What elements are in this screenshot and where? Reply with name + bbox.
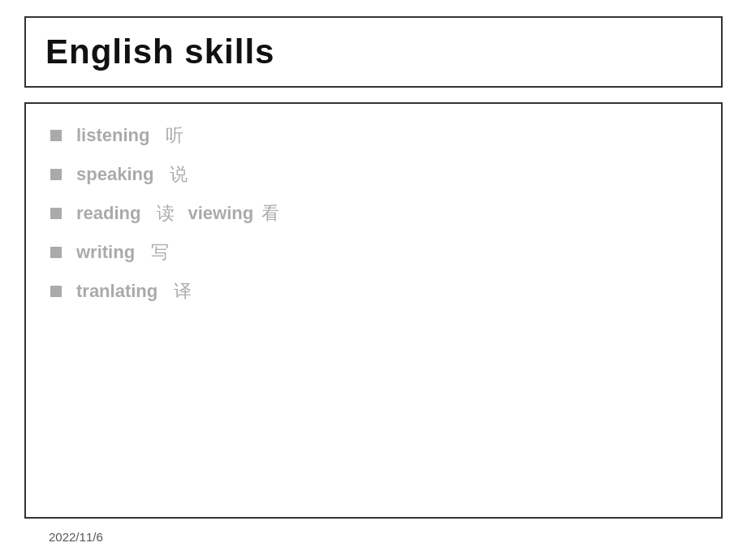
item-chinese: 读 bbox=[157, 201, 175, 226]
page-title: English skills bbox=[45, 32, 274, 71]
list-item: writing写 bbox=[50, 240, 697, 265]
item-extra-label: viewing bbox=[188, 203, 253, 224]
footer-date: 2022/11/6 bbox=[49, 530, 103, 544]
bullet-icon bbox=[50, 208, 62, 219]
item-chinese: 听 bbox=[166, 123, 184, 148]
content-box: listening听speaking说reading读viewing看writi… bbox=[24, 102, 723, 519]
item-extra-chinese: 看 bbox=[261, 201, 279, 226]
bullet-icon bbox=[50, 169, 62, 180]
item-chinese: 说 bbox=[170, 162, 188, 187]
item-label: listening bbox=[76, 125, 149, 146]
item-chinese: 译 bbox=[174, 279, 192, 304]
item-label: tranlating bbox=[76, 281, 158, 302]
title-box: English skills bbox=[24, 16, 723, 88]
item-label: reading bbox=[76, 203, 140, 224]
bullet-icon bbox=[50, 286, 62, 297]
skills-list: listening听speaking说reading读viewing看writi… bbox=[50, 123, 697, 304]
list-item: speaking说 bbox=[50, 162, 697, 187]
item-label: writing bbox=[76, 242, 135, 263]
bullet-icon bbox=[50, 247, 62, 258]
list-item: listening听 bbox=[50, 123, 697, 148]
list-item: reading读viewing看 bbox=[50, 201, 697, 226]
item-label: speaking bbox=[76, 164, 153, 185]
list-item: tranlating译 bbox=[50, 279, 697, 304]
item-chinese: 写 bbox=[151, 240, 169, 265]
footer: 2022/11/6 bbox=[24, 519, 723, 544]
bullet-icon bbox=[50, 130, 62, 141]
